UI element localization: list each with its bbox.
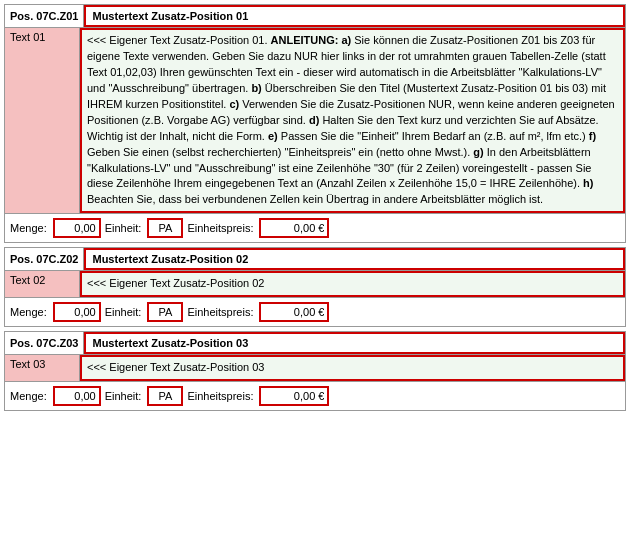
menge-input-Z02[interactable] bbox=[53, 302, 101, 322]
section-Z03: Pos. 07C.Z03Mustertext Zusatz-Position 0… bbox=[4, 331, 626, 411]
section-footer-Z01: Menge:Einheit:Einheitspreis: bbox=[5, 213, 625, 242]
section-Z02: Pos. 07C.Z02Mustertext Zusatz-Position 0… bbox=[4, 247, 626, 327]
pos-label-Z02: Pos. 07C.Z02 bbox=[5, 248, 84, 270]
menge-input-Z03[interactable] bbox=[53, 386, 101, 406]
section-footer-Z03: Menge:Einheit:Einheitspreis: bbox=[5, 381, 625, 410]
text-label-Z01: Text 01 bbox=[5, 28, 80, 213]
page: Pos. 07C.Z01Mustertext Zusatz-Position 0… bbox=[0, 0, 630, 419]
text-content-Z03[interactable]: <<< Eigener Text Zusatz-Position 03 bbox=[80, 355, 625, 381]
pos-label-Z01: Pos. 07C.Z01 bbox=[5, 5, 84, 27]
einheitspreis-label-Z03: Einheitspreis: bbox=[187, 390, 253, 402]
einheit-input-Z03[interactable] bbox=[147, 386, 183, 406]
text-label-Z02: Text 02 bbox=[5, 271, 80, 297]
section-body-Z02: Text 02<<< Eigener Text Zusatz-Position … bbox=[5, 271, 625, 297]
einheitspreis-input-Z02[interactable] bbox=[259, 302, 329, 322]
section-header-Z01: Pos. 07C.Z01Mustertext Zusatz-Position 0… bbox=[5, 5, 625, 28]
section-header-Z03: Pos. 07C.Z03Mustertext Zusatz-Position 0… bbox=[5, 332, 625, 355]
einheitspreis-input-Z03[interactable] bbox=[259, 386, 329, 406]
menge-input-Z01[interactable] bbox=[53, 218, 101, 238]
einheit-label-Z01: Einheit: bbox=[105, 222, 142, 234]
section-Z01: Pos. 07C.Z01Mustertext Zusatz-Position 0… bbox=[4, 4, 626, 243]
einheitspreis-label-Z02: Einheitspreis: bbox=[187, 306, 253, 318]
pos-title-Z01[interactable]: Mustertext Zusatz-Position 01 bbox=[84, 5, 625, 27]
section-body-Z03: Text 03<<< Eigener Text Zusatz-Position … bbox=[5, 355, 625, 381]
pos-title-Z03[interactable]: Mustertext Zusatz-Position 03 bbox=[84, 332, 625, 354]
menge-label-Z01: Menge: bbox=[10, 222, 47, 234]
einheitspreis-input-Z01[interactable] bbox=[259, 218, 329, 238]
pos-title-Z02[interactable]: Mustertext Zusatz-Position 02 bbox=[84, 248, 625, 270]
menge-label-Z02: Menge: bbox=[10, 306, 47, 318]
einheit-input-Z02[interactable] bbox=[147, 302, 183, 322]
einheit-input-Z01[interactable] bbox=[147, 218, 183, 238]
section-header-Z02: Pos. 07C.Z02Mustertext Zusatz-Position 0… bbox=[5, 248, 625, 271]
section-footer-Z02: Menge:Einheit:Einheitspreis: bbox=[5, 297, 625, 326]
menge-label-Z03: Menge: bbox=[10, 390, 47, 402]
einheit-label-Z02: Einheit: bbox=[105, 306, 142, 318]
einheitspreis-label-Z01: Einheitspreis: bbox=[187, 222, 253, 234]
pos-label-Z03: Pos. 07C.Z03 bbox=[5, 332, 84, 354]
sections-container: Pos. 07C.Z01Mustertext Zusatz-Position 0… bbox=[4, 4, 626, 411]
text-content-Z01[interactable]: <<< Eigener Text Zusatz-Position 01. ANL… bbox=[80, 28, 625, 213]
section-body-Z01: Text 01<<< Eigener Text Zusatz-Position … bbox=[5, 28, 625, 213]
text-content-Z02[interactable]: <<< Eigener Text Zusatz-Position 02 bbox=[80, 271, 625, 297]
einheit-label-Z03: Einheit: bbox=[105, 390, 142, 402]
text-label-Z03: Text 03 bbox=[5, 355, 80, 381]
